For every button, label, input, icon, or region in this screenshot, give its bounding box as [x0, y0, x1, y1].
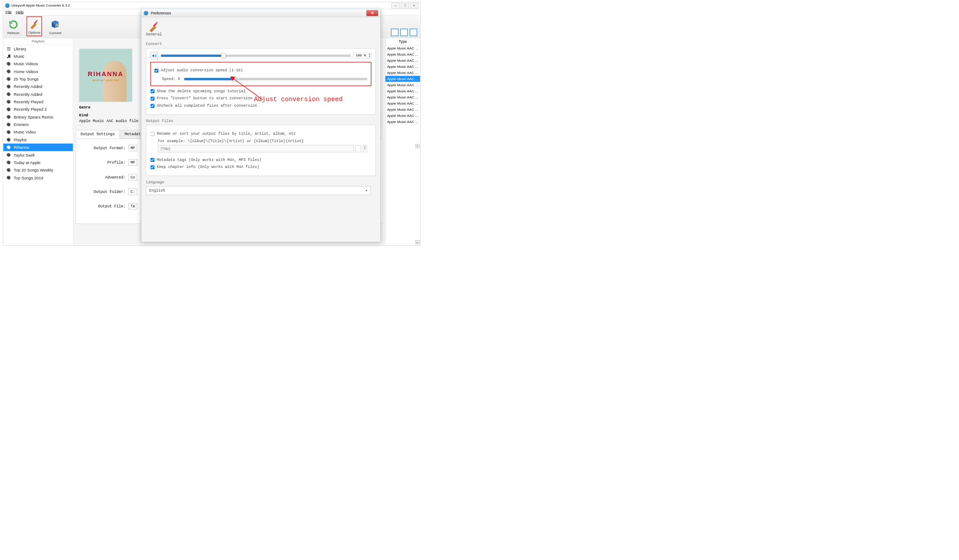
- profile-field[interactable]: MP: [128, 159, 137, 166]
- output-format-field[interactable]: MP: [128, 145, 137, 151]
- language-value: English: [149, 189, 165, 193]
- output-folder-label: Output Folder:: [84, 189, 125, 194]
- rename-pattern-input[interactable]: [158, 145, 354, 152]
- gear-icon: [6, 168, 11, 173]
- rename-extra-button[interactable]: [355, 145, 361, 152]
- type-row[interactable]: Apple Music AAC ...: [385, 45, 420, 51]
- chevron-down-icon[interactable]: ▼: [363, 148, 367, 150]
- sidebar-item-recently-added[interactable]: Recently Added: [3, 91, 73, 98]
- sidebar-item-rihanna[interactable]: Rihanna: [3, 144, 73, 151]
- gear-icon: [6, 160, 11, 165]
- type-row[interactable]: Apple Music AAC ...: [385, 70, 420, 76]
- gear-icon: [6, 91, 11, 97]
- speed-slider[interactable]: [184, 78, 367, 80]
- sidebar-item-label: Library: [14, 46, 26, 51]
- menu-file[interactable]: File: [6, 10, 12, 14]
- type-row[interactable]: Apple Music AAC ...: [385, 106, 420, 112]
- convert-icon: [49, 19, 61, 31]
- sidebar-item-taylor-swift[interactable]: Taylor Swift: [3, 151, 73, 159]
- volume-slider[interactable]: [161, 55, 351, 57]
- output-folder-field[interactable]: C:: [128, 189, 137, 195]
- svg-point-2: [9, 56, 11, 58]
- sidebar-item-label: Eminem: [14, 122, 28, 127]
- layout-square-2[interactable]: [400, 28, 407, 36]
- type-row[interactable]: Apple Music AAC ...: [385, 100, 420, 106]
- sidebar-item-label: Rihanna: [14, 145, 29, 150]
- type-row[interactable]: Apple Music AAC ...: [385, 51, 420, 57]
- type-row[interactable]: Apple Music AAC ...: [385, 112, 420, 119]
- scroll-right-icon[interactable]: ▸: [415, 240, 419, 244]
- sidebar-item-home-videos[interactable]: Home Videos: [3, 68, 73, 75]
- type-row[interactable]: Apple Music AAC ...: [385, 94, 420, 100]
- layout-square-1[interactable]: [391, 28, 398, 36]
- convert-button[interactable]: Convert: [48, 18, 63, 36]
- combo-arrow-icon: ▾: [365, 188, 368, 193]
- options-button[interactable]: Options: [27, 16, 42, 36]
- language-combo[interactable]: English ▾: [146, 186, 371, 195]
- press-convert-checkbox[interactable]: Press "Convert" button to start conversi…: [151, 96, 372, 101]
- scroll-down-icon[interactable]: ▾: [415, 144, 419, 148]
- refresh-button[interactable]: Refresh: [6, 18, 21, 36]
- sidebar-item-today-at-apple[interactable]: Today at Apple: [3, 159, 73, 166]
- type-row[interactable]: Apple Music AAC ...: [385, 88, 420, 94]
- advanced-field[interactable]: Co: [128, 174, 137, 181]
- sidebar-item-label: Playlist: [14, 137, 27, 142]
- sidebar-item-britney-spears-remix[interactable]: Britney Spears Remix: [3, 113, 73, 121]
- type-row[interactable]: Apple Music AAC ...: [385, 119, 420, 125]
- gear-icon: [6, 84, 11, 89]
- spin-down-icon[interactable]: ▼: [368, 56, 371, 58]
- sidebar-item-music-video[interactable]: Music Video: [3, 128, 73, 136]
- app-icon: [5, 3, 10, 8]
- profile-label: Profile:: [84, 161, 125, 165]
- tab-output-settings[interactable]: Output Settings: [76, 130, 120, 138]
- dialog-titlebar: Preferences ✕: [141, 9, 380, 18]
- maximize-button[interactable]: □: [401, 3, 409, 8]
- sidebar-item-eminem[interactable]: Eminem: [3, 121, 73, 128]
- sidebar-item-library[interactable]: Library: [3, 45, 73, 52]
- sidebar-item-recently-played-2[interactable]: Recently Played 2: [3, 105, 73, 113]
- layout-square-3[interactable]: [410, 28, 417, 36]
- sidebar-item-top-songs-2019[interactable]: Top Songs 2019: [3, 174, 73, 182]
- volume-value[interactable]: [354, 53, 368, 58]
- rename-checkbox[interactable]: Rename or sort your output files by titl…: [151, 132, 372, 136]
- output-files-section-label: Output Files: [146, 119, 376, 123]
- options-icon: [28, 18, 40, 30]
- volume-icon[interactable]: [151, 52, 158, 60]
- type-row[interactable]: Apple Music AAC ...: [385, 76, 420, 82]
- convert-section-label: Convert: [146, 42, 376, 46]
- sidebar-item-top-20-songs-weekly[interactable]: Top 20 Songs Weekly: [3, 166, 73, 174]
- close-button[interactable]: ✕: [410, 3, 418, 8]
- type-row[interactable]: Apple Music AAC ...: [385, 82, 420, 88]
- type-row[interactable]: Apple Music AAC ...: [385, 63, 420, 70]
- minimize-button[interactable]: —: [391, 3, 400, 8]
- sidebar-item-recently-added[interactable]: Recently Added: [3, 83, 73, 90]
- dialog-app-icon: [144, 10, 148, 15]
- general-tab[interactable]: General: [146, 21, 162, 37]
- volume-spinner[interactable]: ▲▼: [354, 53, 372, 59]
- sidebar-item-25-top-songs[interactable]: 25 Top Songs: [3, 75, 73, 83]
- chapter-info-checkbox[interactable]: Keep chapter info (Only works with M4A f…: [151, 165, 372, 169]
- language-section-label: Language: [146, 180, 376, 185]
- playlists-sidebar: Playlists LibraryMusicMusic VideosHome V…: [3, 38, 73, 245]
- dialog-close-button[interactable]: ✕: [366, 10, 378, 16]
- sidebar-item-label: Music Video: [14, 130, 36, 135]
- show-delete-checkbox[interactable]: Show the delete upcoming songs tutorial: [151, 89, 372, 93]
- menu-help[interactable]: Help: [16, 10, 24, 14]
- adjust-speed-checkbox[interactable]: Adjust audio conversion speed (1-16): [155, 68, 367, 73]
- type-row[interactable]: Apple Music AAC ...: [385, 57, 420, 63]
- titlebar: Ukeysoft Apple Music Converter 6.3.2 — □…: [3, 2, 420, 9]
- metadata-tags-checkbox[interactable]: Metadata tags (Only works with M4A, MP3 …: [151, 158, 372, 162]
- sidebar-item-playlist[interactable]: Playlist: [3, 136, 73, 144]
- sidebar-item-music[interactable]: Music: [3, 52, 73, 60]
- uncheck-completed-checkbox[interactable]: Uncheck all completed files after conver…: [151, 104, 372, 108]
- sidebar-item-recently-played[interactable]: Recently Played: [3, 98, 73, 105]
- sidebar-item-label: Recently Played: [14, 99, 43, 104]
- sidebar-item-label: Taylor Swift: [14, 153, 35, 158]
- gear-icon: [6, 99, 11, 105]
- sidebar-item-music-videos[interactable]: Music Videos: [3, 60, 73, 67]
- refresh-icon: [7, 19, 19, 31]
- sidebar-item-label: Britney Spears Remix: [14, 115, 53, 119]
- output-file-field[interactable]: Ta: [128, 203, 137, 210]
- svg-rect-19: [153, 23, 157, 27]
- type-header: Type: [385, 38, 420, 45]
